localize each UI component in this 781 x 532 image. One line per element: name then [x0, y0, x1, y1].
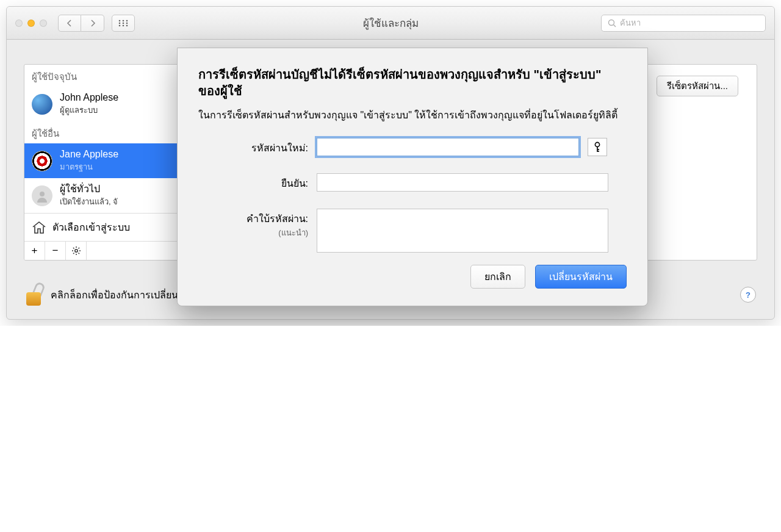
user-role-label: เปิดใช้งานแล้ว, จั [60, 195, 118, 208]
verify-label: ยืนยัน: [198, 173, 308, 191]
svg-point-7 [123, 24, 124, 26]
titlebar: ผู้ใช้และกลุ่ม ค้นหา [7, 7, 774, 40]
svg-point-1 [123, 20, 124, 21]
user-role-label: ผู้ดูแลระบบ [60, 104, 118, 117]
reset-password-dialog: การรีเซ็ตรหัสผ่านบัญชีไม่ได้รีเซ็ตรหัสผ่… [177, 48, 648, 306]
reset-password-button[interactable]: รีเซ็ตรหัสผ่าน... [657, 76, 738, 96]
svg-point-2 [126, 20, 128, 21]
search-placeholder: ค้นหา [620, 16, 641, 29]
nav-back-forward [58, 15, 104, 32]
user-name-label: ผู้ใช้ทั่วไป [60, 183, 118, 195]
user-name-label: Jane Applese [60, 148, 118, 160]
lock-icon[interactable] [25, 284, 42, 306]
user-actions-button[interactable] [66, 242, 87, 260]
minimize-window-button[interactable] [27, 20, 35, 27]
user-role-label: มาตรฐาน [60, 160, 118, 173]
verify-password-input[interactable] [317, 173, 608, 192]
window-title: ผู้ใช้และกลุ่ม [363, 15, 419, 31]
forward-button[interactable] [81, 15, 104, 32]
avatar-silhouette-icon [32, 185, 52, 206]
svg-line-18 [78, 253, 79, 254]
add-user-button[interactable]: + [24, 242, 45, 260]
gear-icon [71, 246, 81, 256]
svg-point-5 [126, 22, 128, 24]
password-hint-input[interactable] [317, 209, 608, 253]
svg-point-3 [119, 22, 121, 24]
svg-line-10 [614, 24, 616, 27]
search-icon [608, 19, 616, 27]
svg-point-11 [40, 192, 45, 196]
new-password-label: รหัสผ่านใหม่: [198, 138, 308, 156]
window-controls [15, 20, 47, 27]
help-button[interactable]: ? [740, 287, 756, 303]
hint-label: คำใบ้รหัสผ่าน: (แนะนำ) [198, 209, 308, 239]
password-assistant-button[interactable] [588, 138, 607, 156]
avatar-earth-icon [32, 94, 52, 115]
dialog-subtext: ในการรีเซ็ตรหัสผ่านสำหรับพวงกุญแจ "เข้าส… [198, 108, 627, 122]
svg-point-0 [119, 20, 121, 21]
new-password-input[interactable] [317, 138, 579, 156]
home-icon [32, 221, 46, 234]
avatar-target-icon [32, 151, 52, 171]
user-name-label: John Applese [60, 92, 118, 104]
back-button[interactable] [58, 15, 81, 32]
dialog-heading: การรีเซ็ตรหัสผ่านบัญชีไม่ได้รีเซ็ตรหัสผ่… [198, 66, 627, 99]
zoom-window-button[interactable] [40, 20, 47, 27]
key-icon [593, 142, 602, 153]
svg-point-6 [119, 24, 121, 26]
login-options-label: ตัวเลือกเข้าสู่ระบบ [52, 220, 130, 235]
search-field[interactable]: ค้นหา [601, 15, 766, 32]
show-all-button[interactable] [112, 15, 135, 32]
close-window-button[interactable] [15, 20, 23, 27]
cancel-button[interactable]: ยกเลิก [470, 265, 525, 289]
svg-point-21 [595, 143, 599, 147]
svg-point-8 [126, 24, 128, 26]
svg-line-17 [73, 248, 74, 249]
svg-point-9 [609, 20, 614, 25]
svg-point-12 [74, 250, 77, 252]
svg-point-4 [123, 22, 124, 24]
svg-line-19 [73, 253, 74, 254]
change-password-button[interactable]: เปลี่ยนรหัสผ่าน [535, 265, 627, 289]
svg-line-20 [78, 248, 79, 249]
remove-user-button[interactable]: − [45, 242, 66, 260]
